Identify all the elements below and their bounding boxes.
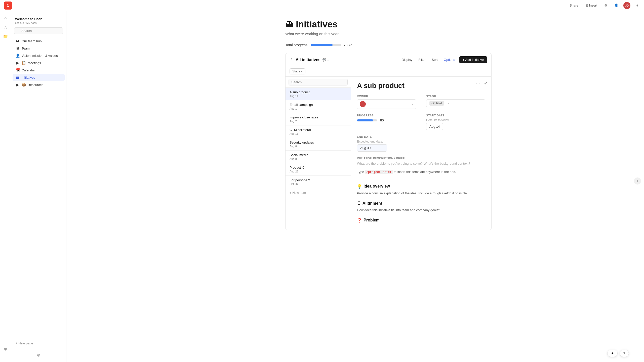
home-icon-btn[interactable]: ⌂ <box>2 14 10 22</box>
description-code-text: Type /project brief to insert this templ… <box>357 169 485 175</box>
description-placeholder-text: What are the problems you're trying to s… <box>357 161 485 166</box>
detail-panel: ⋯ ⤢ A sub product OWNER ▾ <box>351 77 491 230</box>
sparkle-icon: ✦ <box>611 351 614 355</box>
sidebar-header: Welcome to Coda! coda.io / My docs <box>11 14 66 25</box>
resources-expand-icon: ▶ <box>16 83 20 87</box>
more-sidebar-icon-btn[interactable]: ··· <box>2 354 10 362</box>
progress-display: 80 <box>357 118 416 122</box>
search-input[interactable] <box>14 27 63 34</box>
meetings-icon: 📋 <box>22 61 26 65</box>
bottom-sidebar-icon-btn[interactable]: ⊕ <box>2 345 10 353</box>
collapse-sidebar-button[interactable]: ⟩⟩ <box>633 3 640 8</box>
sidebar-item-initiatives[interactable]: 🏔 Initiatives <box>13 74 65 81</box>
sidebar: Welcome to Coda! coda.io / My docs 🔍 🏔 O… <box>11 0 66 362</box>
list-item-date: Aug 25 <box>290 170 347 173</box>
alignment-heading-text: Alignment <box>363 201 382 206</box>
initiatives-comment-badge[interactable]: 💬 1 <box>323 58 329 62</box>
sidebar-item-team[interactable]: 🗓 Team <box>13 45 65 52</box>
vision-icon: 👤 <box>16 54 20 58</box>
stage-field: STAGE On hold ▾ <box>426 95 485 109</box>
progress-num: 80 <box>380 118 384 122</box>
list-item[interactable]: For persona Y Oct 26 <box>286 176 351 188</box>
new-page-button[interactable]: + New page <box>13 340 65 347</box>
sidebar-bottom: ⊕ <box>11 348 66 362</box>
list-item[interactable]: Security updates Aug 8 <box>286 138 351 151</box>
list-item[interactable]: Product X Aug 25 <box>286 163 351 176</box>
list-item-name: For persona Y <box>290 178 347 182</box>
list-search-input[interactable] <box>289 79 348 85</box>
account-button[interactable]: 👤 <box>612 3 620 8</box>
alignment-heading: 🗓 Alignment <box>357 201 485 206</box>
end-date-hint: Expected end date. <box>357 140 485 143</box>
sidebar-item-label: Team <box>22 47 30 50</box>
sidebar-item-calendar[interactable]: 📅 Calendar <box>13 67 65 74</box>
problem-heading: ❓ Problem <box>357 218 485 223</box>
our-team-hub-icon: 🏔 <box>16 39 20 43</box>
list-item[interactable]: Email campaign Aug 1 <box>286 100 351 113</box>
sidebar-search-area: 🔍 <box>11 25 66 36</box>
add-initiative-button[interactable]: + Add initiative <box>459 56 487 63</box>
sidebar-item-resources[interactable]: ▶ 📦 Resources <box>13 81 65 88</box>
idea-overview-heading: 💡 Idea overview <box>357 184 485 189</box>
stage-dropdown-arrow-icon: ▾ <box>448 102 449 105</box>
stage-filter-button[interactable]: Stage ▾ <box>290 68 305 74</box>
calendar-icon: 📅 <box>16 68 20 72</box>
insert-button[interactable]: ⊞ Insert <box>583 3 599 8</box>
sidebar-item-label: Our team hub <box>22 39 42 43</box>
split-view: A sub product Aug 14 Email campaign Aug … <box>286 77 491 230</box>
sidebar-item-label: Initiatives <box>22 76 35 79</box>
sidebar-item-vision[interactable]: 👤 Vision, mission, & values <box>13 52 65 59</box>
detail-more-button[interactable]: ⋯ <box>475 80 481 86</box>
new-item-button[interactable]: + New item <box>286 188 351 197</box>
detail-expand-button[interactable]: ⤢ <box>483 80 488 86</box>
start-date-value[interactable]: Aug 14 <box>426 123 443 130</box>
list-item-date: Aug 2 <box>290 120 347 123</box>
filter-button[interactable]: Filter <box>416 57 428 63</box>
help-button[interactable]: ? <box>620 350 629 357</box>
sidebar-item-meetings[interactable]: ▶ 📋 Meetings <box>13 59 65 66</box>
detail-actions: ⋯ ⤢ <box>475 80 488 86</box>
sidebar-bottom-add-button[interactable]: ⊕ <box>35 351 43 359</box>
sidebar-nav: 🏔 Our team hub 🗓 Team 👤 Vision, mission,… <box>11 36 66 339</box>
user-avatar[interactable]: JD <box>623 2 630 9</box>
list-item[interactable]: A sub product Aug 14 <box>286 88 351 100</box>
section-menu-icon[interactable]: ⋮ <box>290 57 294 62</box>
list-item[interactable]: Social media Aug 8 <box>286 151 351 163</box>
end-date-section: END DATE Expected end date. Aug 30 <box>357 135 485 152</box>
star-icon-btn[interactable]: ☆ <box>2 23 10 31</box>
divider <box>357 180 485 180</box>
settings-button[interactable]: ⚙ <box>602 3 609 8</box>
owner-selector[interactable]: ▾ <box>357 99 416 109</box>
idea-overview-text: Provide a concise explanation of the ide… <box>357 191 485 196</box>
initiatives-title-row: ⋮ All initiatives 💬 1 <box>290 57 329 62</box>
share-button[interactable]: Share <box>568 3 580 8</box>
mini-progress-fill <box>357 119 373 121</box>
sidebar-item-our-team-hub[interactable]: 🏔 Our team hub <box>13 37 65 44</box>
help-icon: ? <box>623 351 625 355</box>
right-add-button[interactable]: + <box>634 177 641 185</box>
sort-button[interactable]: Sort <box>430 57 440 63</box>
folder-icon-btn[interactable]: 📁 <box>2 32 10 40</box>
end-date-label: END DATE <box>357 135 485 138</box>
page-emoji: 🏔 <box>285 20 293 29</box>
end-date-value[interactable]: Aug 30 <box>357 144 387 152</box>
list-item[interactable]: GTM collateral Aug 11 <box>286 125 351 138</box>
list-item[interactable]: Improve close rates Aug 2 <box>286 113 351 125</box>
options-button[interactable]: Options <box>442 57 457 63</box>
total-progress-bar <box>311 44 341 46</box>
list-item-name: Social media <box>290 153 347 157</box>
initiatives-actions: Display Filter Sort Options + Add initia… <box>400 56 487 63</box>
start-date-label: START DATE <box>426 114 485 117</box>
sparkle-button[interactable]: ✦ <box>607 350 618 357</box>
page-title: Initiatives <box>296 19 338 30</box>
stage-selector[interactable]: On hold ▾ <box>426 99 485 107</box>
sidebar-item-label: Calendar <box>22 68 35 72</box>
coda-logo[interactable]: C <box>4 2 12 10</box>
owner-dropdown-arrow-icon: ▾ <box>412 103 413 106</box>
display-button[interactable]: Display <box>400 57 415 63</box>
initiatives-icon: 🏔 <box>16 75 20 79</box>
owner-avatar <box>360 101 366 107</box>
page-header: 🏔 Initiatives <box>285 19 492 30</box>
list-search-area <box>286 77 351 88</box>
alignment-text: How does this initiative tie into team a… <box>357 208 485 213</box>
